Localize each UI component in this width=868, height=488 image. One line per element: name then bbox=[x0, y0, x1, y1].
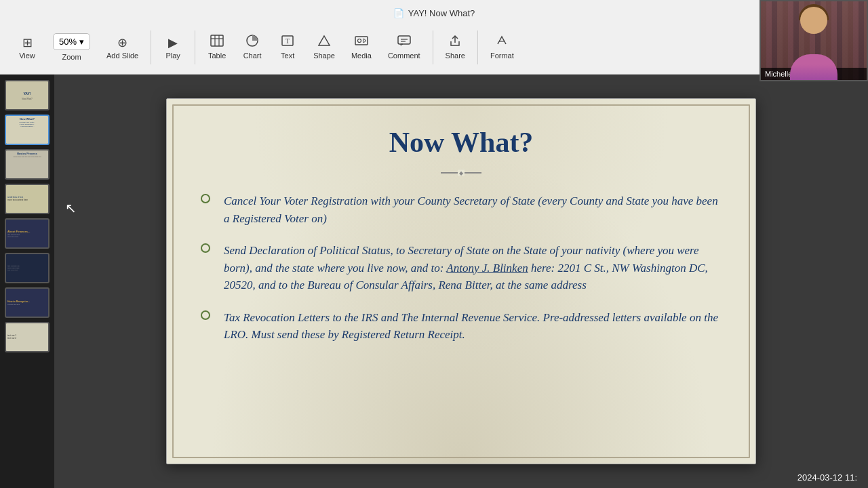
shape-icon bbox=[317, 35, 331, 50]
video-overlay: Michelle Ford bbox=[760, 0, 868, 81]
slide-thumb-6[interactable]: text content row more rows here and more… bbox=[5, 253, 50, 283]
slide-thumb-3[interactable]: Basics Process Lorem ipsum small text he… bbox=[5, 149, 50, 180]
slide-thumb-2[interactable]: Now What? • Cancel Your Voter... • Send … bbox=[5, 115, 50, 145]
share-button[interactable]: Share bbox=[439, 32, 472, 62]
title-bar: 📄 YAY! Now What? bbox=[0, 0, 868, 20]
toolbar: ⊞ View 50% ▾ Zoom ⊕ Add Slide ▶ Play bbox=[0, 20, 868, 74]
media-icon bbox=[355, 35, 368, 50]
text-icon: T bbox=[281, 35, 294, 50]
text-label: Text bbox=[281, 52, 294, 60]
slide-thumb-1[interactable]: YAY! Now What? bbox=[5, 80, 50, 110]
bullet-item-2: Send Declaration of Political Status, to… bbox=[201, 242, 722, 294]
doc-icon: 📄 bbox=[393, 8, 404, 18]
slide-title: Now What? bbox=[201, 119, 722, 159]
slide-thumb-4[interactable]: small lines of text more text content he… bbox=[5, 184, 50, 214]
svg-point-9 bbox=[357, 39, 361, 43]
svg-rect-0 bbox=[211, 35, 223, 46]
chart-label: Chart bbox=[243, 52, 262, 60]
media-button[interactable]: Media bbox=[344, 32, 378, 62]
zoom-control[interactable]: 50% ▾ bbox=[53, 33, 90, 50]
chart-button[interactable]: Chart bbox=[236, 32, 269, 62]
shape-button[interactable]: Shape bbox=[307, 32, 342, 62]
toolbar-divider-4 bbox=[477, 30, 478, 64]
slide-divider bbox=[441, 172, 481, 174]
comment-label: Comment bbox=[388, 52, 420, 60]
timestamp: 2024-03-12 11: bbox=[797, 472, 857, 483]
video-person bbox=[761, 1, 867, 80]
add-slide-label: Add Slide bbox=[106, 52, 138, 60]
table-icon bbox=[210, 35, 224, 50]
slide-canvas: Now What? Cancel Your Voter Registration… bbox=[166, 98, 756, 464]
svg-marker-7 bbox=[319, 36, 330, 45]
bullet-item-3: Tax Revocation Letters to the IRS and Th… bbox=[201, 309, 722, 344]
svg-text:T: T bbox=[285, 37, 290, 45]
timestamp-value: 2024-03-12 11: bbox=[797, 472, 857, 483]
slide-thumb-8[interactable]: text row 1 text row 2 bbox=[5, 322, 50, 352]
play-icon: ▶ bbox=[168, 35, 178, 50]
slide-content: Now What? Cancel Your Voter Registration… bbox=[167, 99, 755, 464]
view-button[interactable]: ⊞ View bbox=[11, 33, 43, 62]
comment-button[interactable]: Comment bbox=[381, 32, 427, 62]
table-label: Table bbox=[208, 52, 226, 60]
toolbar-divider-3 bbox=[433, 30, 433, 64]
slide-panel: YAY! Now What? Now What? • Cancel Your V… bbox=[0, 75, 54, 488]
bullet-icon-1 bbox=[201, 194, 210, 203]
bullet-text-2: Send Declaration of Political Status, to… bbox=[224, 242, 722, 294]
zoom-value: 50% bbox=[59, 37, 77, 47]
bullet-item-1: Cancel Your Voter Registration with your… bbox=[201, 192, 722, 227]
bullet-icon-2 bbox=[201, 243, 210, 253]
shape-label: Shape bbox=[313, 52, 335, 60]
canvas-area: Now What? Cancel Your Voter Registration… bbox=[54, 75, 868, 488]
view-icon: ⊞ bbox=[22, 35, 33, 50]
play-label: Play bbox=[165, 52, 180, 60]
bullet-text-1: Cancel Your Voter Registration with your… bbox=[224, 192, 722, 227]
play-button[interactable]: ▶ Play bbox=[157, 33, 189, 62]
format-label: Format bbox=[490, 52, 514, 60]
top-bar: 📄 YAY! Now What? ⊞ View 50% ▾ Zoom ⊕ Add… bbox=[0, 0, 868, 75]
zoom-label: Zoom bbox=[62, 53, 81, 61]
person-body bbox=[790, 54, 837, 81]
share-label: Share bbox=[446, 52, 465, 60]
add-slide-button[interactable]: ⊕ Add Slide bbox=[100, 33, 145, 62]
toolbar-divider-2 bbox=[195, 30, 195, 64]
person-head bbox=[800, 7, 827, 34]
view-label: View bbox=[19, 52, 35, 60]
zoom-chevron: ▾ bbox=[79, 37, 84, 47]
media-label: Media bbox=[351, 52, 372, 60]
document-title: YAY! Now What? bbox=[408, 8, 475, 18]
format-icon bbox=[495, 35, 509, 50]
svg-rect-10 bbox=[398, 36, 410, 44]
add-slide-icon: ⊕ bbox=[117, 35, 127, 50]
format-button[interactable]: Format bbox=[484, 32, 521, 62]
share-icon bbox=[448, 35, 462, 50]
chart-icon bbox=[245, 35, 259, 50]
main-area: YAY! Now What? Now What? • Cancel Your V… bbox=[0, 75, 868, 488]
text-button[interactable]: T Text bbox=[271, 32, 304, 62]
comment-icon bbox=[397, 35, 411, 50]
slide-thumb-7[interactable]: How to Recognize... Checklist items here bbox=[5, 287, 50, 318]
zoom-button[interactable]: 50% ▾ Zoom bbox=[46, 30, 97, 64]
bullet-icon-3 bbox=[201, 310, 210, 320]
bullet-text-3: Tax Revocation Letters to the IRS and Th… bbox=[224, 309, 722, 344]
table-button[interactable]: Table bbox=[201, 32, 233, 62]
blinken-link[interactable]: Antony J. Blinken bbox=[446, 262, 528, 274]
slide-thumb-5[interactable]: About Finances... text text text text mo… bbox=[5, 218, 50, 249]
toolbar-divider-1 bbox=[151, 30, 151, 64]
